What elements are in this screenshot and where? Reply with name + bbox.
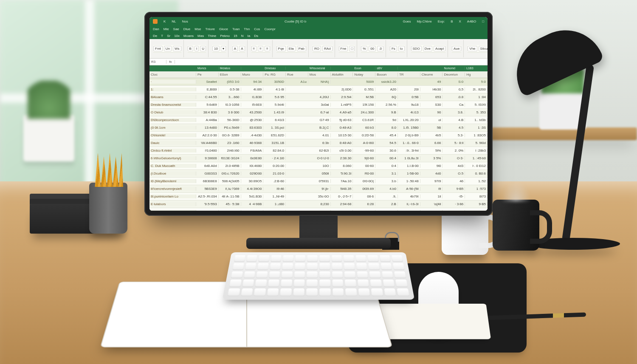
data-cell[interactable]: G7·49	[308, 118, 331, 122]
maximize-icon[interactable]: □	[482, 20, 484, 23]
data-cell[interactable]: I0l.4680	[241, 164, 264, 168]
data-cell[interactable]: 5d1.B30	[241, 195, 264, 198]
data-cell[interactable]: 9!.jb·	[308, 187, 331, 191]
data-cell[interactable]: 1il	[420, 195, 443, 198]
data-cell[interactable]: E51.62D	[263, 133, 286, 137]
data-cell[interactable]: c5i 0.00	[331, 149, 353, 152]
data-cell[interactable]: 6;7·aI	[308, 110, 331, 114]
data-cell[interactable]: 6:41i3	[263, 118, 286, 122]
data-cell[interactable]: 5. ISIXt	[465, 103, 488, 107]
data-cell[interactable]: 9·B5	[465, 202, 488, 206]
data-cell[interactable]: A2:5·.RI.034	[196, 195, 219, 198]
data-cell[interactable]: ·I5·	[443, 195, 465, 198]
ribbon-button[interactable]: I	[194, 46, 199, 51]
table-row[interactable]: 8l.puninioxrlam LoA2:5·.RI.0344Il A·.11-…	[149, 193, 488, 200]
data-cell[interactable]: 050ll	[308, 172, 331, 175]
table-row[interactable]: BAloansC:44.553…660I1.B385.6 954,20IJ2:9…	[149, 93, 488, 101]
data-cell[interactable]: 3 5%	[420, 156, 443, 160]
data-cell[interactable]: 4i.i13	[398, 110, 420, 114]
title-right[interactable]: A4BO	[467, 20, 476, 23]
data-cell[interactable]: 5. 353	[465, 110, 488, 114]
column-header[interactable]: Hg	[465, 73, 488, 76]
table-row[interactable]: (0 0ll.1cm13:4d00P0.c.5b6983:63031. 3S.p…	[149, 124, 488, 132]
data-cell[interactable]: 6.66	[420, 141, 443, 145]
data-cell[interactable]: ·4·c 0	[375, 210, 398, 211]
data-cell[interactable]: '5:90.3I	[331, 172, 353, 175]
data-cell[interactable]: :9:. 3l·fnl	[398, 149, 420, 152]
data-cell[interactable]: 3.1	[375, 172, 398, 175]
data-cell[interactable]: 6:28	[353, 202, 375, 206]
data-cell[interactable]: 3·. 3tbt	[443, 210, 465, 211]
data-cell[interactable]: 4:1·8I	[263, 87, 286, 91]
data-cell[interactable]: F8/A9A	[241, 149, 264, 152]
row-label-cell[interactable]: (0 0ll.1cm	[149, 126, 196, 130]
data-cell[interactable]: ol	[420, 118, 443, 122]
column-header[interactable]: Roe	[286, 73, 308, 76]
data-cell[interactable]: @:2530	[241, 118, 264, 122]
ribbon-button[interactable]: Dve	[423, 46, 432, 51]
data-cell[interactable]: 1. 3S.pci	[263, 126, 286, 130]
ribbon-button[interactable]: .0	[377, 46, 383, 51]
data-cell[interactable]: 3.b	[375, 179, 398, 183]
data-cell[interactable]: 8.060	[331, 164, 353, 168]
ribbon-button[interactable]: Fmt	[153, 46, 163, 51]
data-cell[interactable]: A20	[375, 87, 398, 91]
data-cell[interactable]: 08·6	[353, 195, 375, 198]
data-cell[interactable]: 1. :45·b0	[465, 156, 488, 160]
ribbon-button[interactable]: U	[200, 46, 206, 51]
data-cell[interactable]: 60:b3	[353, 126, 375, 130]
data-cell[interactable]: 5.6 95	[263, 95, 286, 99]
ribbon-button[interactable]: ▾	[221, 46, 226, 51]
data-cell[interactable]: 653	[420, 95, 443, 99]
menu-item[interactable]: Dan	[153, 27, 159, 31]
data-cell[interactable]: 1·.50:48	[398, 179, 420, 183]
data-cell[interactable]: 2. 0%	[443, 149, 465, 152]
data-cell[interactable]: ·31·51.30	[241, 210, 264, 211]
column-header[interactable]: Cteorre	[420, 73, 443, 76]
data-cell[interactable]: ·99·60	[353, 149, 375, 152]
data-cell[interactable]: 4;38	[420, 210, 443, 211]
data-cell[interactable]: 1.I5. 15B0	[398, 126, 420, 130]
data-cell[interactable]: 0!0.c.?2620	[219, 172, 241, 175]
data-cell[interactable]: 0t39.69	[353, 187, 375, 191]
data-cell[interactable]: 506:4(3d05	[219, 179, 241, 183]
data-cell[interactable]: 9·B5	[443, 187, 465, 191]
data-cell[interactable]: 1.43.I9	[263, 110, 286, 114]
fx-icon[interactable]: fx	[166, 60, 175, 64]
row-label-cell[interactable]: lii'lcercrelvomnjesiefl	[149, 187, 196, 191]
data-cell[interactable]: 1.·.0.. 66·0	[398, 141, 420, 145]
row-label-cell[interactable]: I0 (MeylBendeml	[149, 179, 196, 183]
data-cell[interactable]: 2·;0 2;28	[353, 210, 375, 211]
ribbon-button[interactable]: ≡	[258, 46, 263, 51]
data-cell[interactable]: 5.3·	[443, 133, 465, 137]
row-label-cell[interactable]: 1:	[149, 87, 196, 91]
data-cell[interactable]: A·0·I60	[353, 141, 375, 145]
ribbon-button[interactable]: %	[361, 46, 367, 51]
row-label-cell[interactable]: 8l.puninioxrlam Lo	[149, 195, 196, 198]
data-cell[interactable]: 3151.1B	[263, 141, 286, 145]
data-cell[interactable]: 0:5B	[398, 95, 420, 99]
row-label-cell[interactable]: Dauic	[149, 141, 196, 145]
data-cell[interactable]: 21.03·0	[263, 172, 286, 175]
column-header[interactable]: Mos	[308, 73, 331, 76]
data-cell[interactable]: 3c0al	[308, 103, 331, 107]
data-cell[interactable]: 1 0L8u.3I	[398, 156, 420, 160]
data-cell[interactable]: 10O	[308, 164, 331, 168]
column-header[interactable]: Cloc	[149, 73, 196, 76]
data-cell[interactable]: 0.5·38	[219, 87, 241, 91]
data-cell[interactable]: 0:2D·58	[353, 133, 375, 137]
ribbon-tab[interactable]: T	[161, 34, 163, 38]
data-cell[interactable]: 5.· 8:ll	[443, 141, 465, 145]
ribbon-tab[interactable]: Thine	[208, 34, 216, 38]
data-cell[interactable]: S30	[420, 103, 443, 107]
row-label-cell[interactable]: (l.Dcutboe	[149, 172, 196, 175]
ribbon-button[interactable]: Pqe	[276, 46, 286, 51]
data-cell[interactable]: 0c0E80	[241, 156, 264, 160]
ribbon-tab[interactable]: 15	[234, 34, 237, 38]
data-cell[interactable]: 4.01	[308, 133, 331, 137]
data-cell[interactable]: 7Aa.10	[331, 179, 353, 183]
data-cell[interactable]: '9.5·55l3	[196, 202, 219, 206]
ribbon-button[interactable]: SDO	[411, 46, 422, 51]
data-cell[interactable]: 1l0·8O	[331, 210, 353, 211]
data-cell[interactable]: 4b79I	[398, 195, 420, 198]
